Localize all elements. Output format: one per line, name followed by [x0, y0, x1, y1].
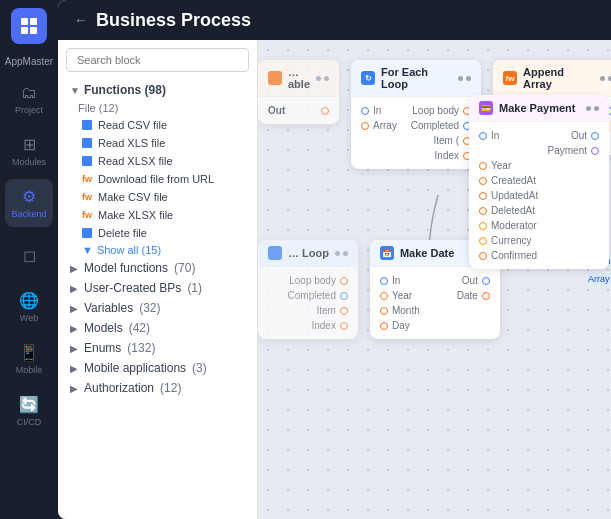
card-action-dot[interactable] — [335, 251, 340, 256]
left-panel: ▼ Functions (98) File (12) Read CSV file… — [58, 40, 258, 519]
list-item[interactable]: fw Download file from URL — [58, 170, 257, 188]
card-action-dot[interactable] — [343, 251, 348, 256]
append-array-icon: fw — [503, 71, 517, 85]
year-port[interactable] — [380, 292, 388, 300]
card-port-row: Index — [268, 318, 348, 333]
card-type-icon — [268, 246, 282, 260]
card-action-dot[interactable] — [586, 106, 591, 111]
card-actions[interactable] — [335, 251, 348, 256]
list-item[interactable]: fw Make CSV file — [58, 188, 257, 206]
port-right: Index — [435, 150, 471, 161]
card-port-row: Month — [380, 303, 490, 318]
loop-body-port[interactable] — [340, 277, 348, 285]
tree-item-variables[interactable]: ▶ Variables (32) — [58, 298, 257, 318]
sidebar-item-modules[interactable]: ⊞ Modules — [5, 127, 53, 175]
card-port-row: CreatedAt — [479, 173, 599, 188]
tree-item-user-bps[interactable]: ▶ User-Created BPs (1) — [58, 278, 257, 298]
card-port-row: Out — [268, 103, 329, 118]
in-label: In — [373, 105, 381, 116]
card-port-row: In Out — [479, 128, 599, 143]
functions-section[interactable]: ▼ Functions (98) — [58, 80, 257, 100]
card-port-row: Confirmed — [479, 248, 599, 263]
canvas[interactable]: …able Out — [258, 40, 611, 519]
index-label: Index — [435, 150, 459, 161]
port-dot[interactable] — [321, 107, 329, 115]
sidebar-item-mobile[interactable]: 📱 Mobile — [5, 335, 53, 383]
sidebar-item-backend[interactable]: ⚙ Backend — [5, 179, 53, 227]
in-port[interactable] — [479, 132, 487, 140]
date-label: Date — [457, 290, 478, 301]
payment-port[interactable] — [591, 147, 599, 155]
completed-label: Completed — [288, 290, 336, 301]
date-port[interactable] — [482, 292, 490, 300]
cicd-icon: 🔄 — [19, 395, 39, 414]
partial-card-body: Out — [258, 97, 339, 124]
out-port[interactable] — [591, 132, 599, 140]
index-port[interactable] — [340, 322, 348, 330]
tree-item-models[interactable]: ▶ Models (42) — [58, 318, 257, 338]
day-port[interactable] — [380, 322, 388, 330]
chevron-down-icon: ▼ — [82, 244, 93, 256]
card-port-row: UpdatedAt — [479, 188, 599, 203]
sidebar-label-backend: Backend — [11, 209, 46, 219]
updatedat-port[interactable] — [479, 192, 487, 200]
list-item[interactable]: Read CSV file — [58, 116, 257, 134]
chevron-down-icon: ▼ — [70, 85, 80, 96]
confirmed-port[interactable] — [479, 252, 487, 260]
list-item[interactable]: fw Make XLSX file — [58, 206, 257, 224]
list-item[interactable]: Read XLS file — [58, 134, 257, 152]
item-port[interactable] — [340, 307, 348, 315]
list-item[interactable]: Delete file — [58, 224, 257, 242]
make-payment-title: Make Payment — [499, 102, 580, 114]
out-port[interactable] — [482, 277, 490, 285]
search-input[interactable] — [66, 48, 249, 72]
moderator-port[interactable] — [479, 222, 487, 230]
file-item-label: Read CSV file — [98, 119, 167, 131]
card-actions[interactable] — [316, 76, 329, 81]
show-all-button[interactable]: ▼ Show all (15) — [58, 242, 257, 258]
month-port[interactable] — [380, 307, 388, 315]
for-each-loop-card[interactable]: ↻ For Each Loop In — [351, 60, 481, 169]
deletedat-port[interactable] — [479, 207, 487, 215]
show-all-label: Show all (15) — [97, 244, 161, 256]
card-actions[interactable] — [458, 76, 471, 81]
back-button[interactable]: ← — [74, 12, 88, 28]
createdat-port[interactable] — [479, 177, 487, 185]
square-icon: ◻ — [23, 246, 36, 265]
in-port[interactable] — [361, 107, 369, 115]
app-logo[interactable] — [11, 8, 47, 44]
tree-item-mobile-apps[interactable]: ▶ Mobile applications (3) — [58, 358, 257, 378]
card-port-row: In Loop body — [361, 103, 471, 118]
list-item[interactable]: Read XLSX file — [58, 152, 257, 170]
make-payment-card[interactable]: 💳 Make Payment In O — [469, 95, 609, 269]
card-action-dot[interactable] — [594, 106, 599, 111]
port-right: Out — [462, 275, 490, 286]
sidebar-item-project[interactable]: 🗂 Project — [5, 75, 53, 123]
tree-item-enums[interactable]: ▶ Enums (132) — [58, 338, 257, 358]
sidebar-item-web[interactable]: 🌐 Web — [5, 283, 53, 331]
currency-port[interactable] — [479, 237, 487, 245]
card-actions[interactable] — [586, 106, 599, 111]
in-port[interactable] — [380, 277, 388, 285]
card-action-dot[interactable] — [600, 76, 605, 81]
card-actions[interactable] — [600, 76, 611, 81]
sidebar-item-square[interactable]: ◻ — [5, 231, 53, 279]
sidebar-item-cicd[interactable]: 🔄 CI/CD — [5, 387, 53, 435]
card-action-dot[interactable] — [316, 76, 321, 81]
tree-item-model-functions[interactable]: ▶ Model functions (70) — [58, 258, 257, 278]
array-port[interactable] — [361, 122, 369, 130]
port-right: Loop body — [268, 275, 348, 286]
completed-port[interactable] — [340, 292, 348, 300]
partial-card-left-2[interactable]: … Loop Loop body — [258, 240, 358, 339]
file-item-label: Make XLSX file — [98, 209, 173, 221]
year-port[interactable] — [479, 162, 487, 170]
csv-icon — [82, 120, 92, 130]
card-port-row: Loop body — [268, 273, 348, 288]
partial-card-left[interactable]: …able Out — [258, 60, 339, 124]
tree-item-authorization[interactable]: ▶ Authorization (12) — [58, 378, 257, 398]
card-action-dot[interactable] — [324, 76, 329, 81]
card-action-dot[interactable] — [466, 76, 471, 81]
card-action-dot[interactable] — [458, 76, 463, 81]
card-port-row: Array Completed — [361, 118, 471, 133]
project-icon: 🗂 — [21, 84, 37, 102]
